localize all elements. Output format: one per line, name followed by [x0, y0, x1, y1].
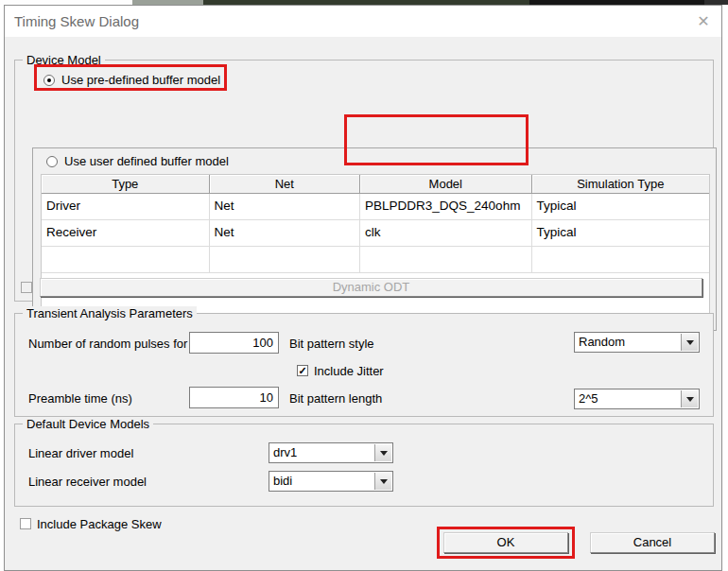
dynamic-odt-checkbox[interactable] — [21, 282, 32, 293]
dynamic-odt-label: Dynamic ODT — [333, 280, 410, 294]
cancel-button[interactable]: Cancel — [590, 532, 715, 553]
linear-driver-model-select[interactable]: drv1 — [269, 442, 393, 463]
column-header-model[interactable]: Model — [360, 175, 531, 194]
chevron-down-icon — [380, 479, 388, 484]
timing-skew-dialog: Timing Skew Dialog ✕ Device Model Use pr… — [4, 5, 722, 571]
include-package-skew-label: Include Package Skew — [37, 517, 162, 531]
cell-net[interactable]: Net — [210, 220, 361, 246]
transient-legend: Transient Analysis Parameters — [23, 306, 197, 320]
ok-button[interactable]: OK — [443, 532, 568, 553]
bit-pattern-length-value: 2^5 — [579, 391, 598, 406]
close-icon[interactable]: ✕ — [692, 11, 715, 32]
bit-pattern-style-label: Bit pattern style — [289, 337, 374, 351]
include-package-skew-checkbox[interactable] — [20, 518, 31, 529]
default-device-models-group: Default Device Models Linear driver mode… — [14, 424, 714, 507]
column-header-type[interactable]: Type — [42, 175, 210, 194]
dropdown-button[interactable] — [374, 473, 391, 490]
cell-model[interactable] — [360, 247, 531, 272]
cancel-label: Cancel — [633, 535, 671, 549]
linear-receiver-model-label: Linear receiver model — [28, 475, 147, 489]
chevron-down-icon — [686, 397, 694, 402]
radio-dot-unselected-icon — [46, 156, 58, 167]
table-header-row: Type Net Model Simulation Type — [42, 175, 709, 194]
bit-pattern-length-select[interactable]: 2^5 — [574, 389, 700, 409]
dropdown-button[interactable] — [374, 444, 391, 461]
linear-driver-model-label: Linear driver model — [28, 446, 133, 460]
radio-predefined-label: Use pre-defined buffer model — [61, 73, 220, 87]
radio-use-predefined-buffer-model[interactable]: Use pre-defined buffer model — [43, 73, 220, 87]
chevron-down-icon — [380, 451, 388, 456]
column-header-simulation-type[interactable]: Simulation Type — [532, 175, 709, 194]
device-model-group: Device Model Use pre-defined buffer mode… — [14, 60, 714, 302]
table-row-driver[interactable]: Driver Net PBLPDDR3_DQS_240ohm Typical — [42, 194, 709, 220]
title-bar: Timing Skew Dialog ✕ — [5, 6, 721, 37]
cell-model[interactable]: PBLPDDR3_DQS_240ohm — [360, 194, 531, 219]
bit-pattern-style-select[interactable]: Random — [574, 332, 700, 353]
bit-pattern-length-label: Bit pattern length — [289, 391, 382, 406]
cell-type[interactable]: Driver — [42, 194, 210, 219]
table-row-empty[interactable] — [42, 247, 709, 273]
cell-type[interactable] — [42, 247, 210, 272]
preamble-label: Preamble time (ns) — [28, 391, 132, 406]
radio-userdefined-label: Use user defined buffer model — [64, 154, 229, 168]
preamble-input[interactable] — [189, 387, 279, 408]
include-jitter-checkbox[interactable]: ✓ — [297, 365, 308, 376]
table-row-receiver[interactable]: Receiver Net clk Typical — [42, 220, 709, 247]
transient-analysis-group: Transient Analysis Parameters Number of … — [14, 313, 714, 417]
buffer-model-table: Type Net Model Simulation Type Driver Ne… — [41, 174, 710, 321]
bit-pattern-style-value: Random — [579, 335, 625, 349]
ok-label: OK — [497, 535, 515, 549]
column-header-net[interactable]: Net — [210, 175, 361, 194]
pulses-input[interactable] — [189, 332, 279, 354]
dropdown-button[interactable] — [681, 334, 698, 351]
cell-net[interactable] — [210, 247, 361, 272]
cell-simulation-type[interactable] — [532, 247, 709, 272]
buffer-model-panel: Use user defined buffer model Type Net M… — [32, 147, 717, 331]
radio-use-user-defined-buffer-model[interactable]: Use user defined buffer model — [46, 154, 229, 168]
include-jitter-label: Include Jitter — [314, 364, 384, 378]
dynamic-odt-button[interactable]: Dynamic ODT — [40, 278, 702, 297]
linear-receiver-model-value: bidi — [273, 474, 292, 488]
dialog-title: Timing Skew Dialog — [14, 13, 139, 29]
linear-receiver-model-select[interactable]: bidi — [269, 471, 393, 492]
device-model-legend: Device Model — [23, 53, 105, 67]
chevron-down-icon — [686, 340, 694, 345]
cell-net[interactable]: Net — [210, 194, 361, 219]
cell-model[interactable]: clk — [360, 220, 531, 246]
defaults-legend: Default Device Models — [23, 417, 153, 431]
radio-dot-selected-icon — [43, 75, 55, 86]
cell-simulation-type[interactable]: Typical — [532, 194, 709, 219]
cell-simulation-type[interactable]: Typical — [532, 220, 709, 246]
dropdown-button[interactable] — [681, 390, 698, 407]
screenshot-stage: Timing Skew Dialog ✕ Device Model Use pr… — [0, 0, 728, 571]
linear-driver-model-value: drv1 — [273, 445, 297, 459]
cell-type[interactable]: Receiver — [42, 220, 210, 246]
